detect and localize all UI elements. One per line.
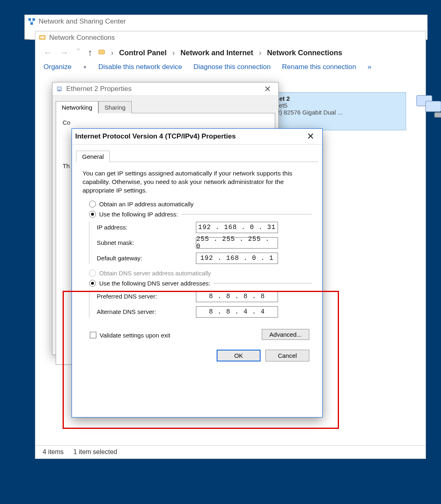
breadcrumb-toolbar: ← → ˅ ↑ Control Panel Network and Intern… [35, 44, 426, 61]
command-bar: Organize ▼ Disable this network device D… [35, 61, 426, 74]
adapter-status: net5 [276, 102, 402, 109]
crumb-network-internet[interactable]: Network and Internet [180, 49, 253, 57]
breadcrumb-sep-icon [109, 49, 115, 57]
radio-label: Obtain DNS server address automatically [99, 270, 211, 277]
radio-icon [89, 201, 96, 208]
ip-address-input[interactable]: 192 . 168 . 0 . 31 [196, 222, 278, 233]
status-selected: 1 item selected [74, 448, 117, 456]
svg-rect-10 [59, 90, 60, 91]
adapter-name: net 2 [276, 95, 402, 102]
radio-dns-auto: Obtain DNS server address automatically [89, 270, 312, 277]
intro-text: You can get IP settings assigned automat… [83, 169, 312, 195]
svg-rect-7 [426, 101, 441, 112]
radio-selected-icon [89, 211, 96, 218]
radio-ip-manual[interactable]: Use the following IP address: [89, 211, 312, 218]
cmd-rename[interactable]: Rename this connection [282, 63, 356, 71]
window-title: Network Connections [49, 34, 115, 42]
radio-selected-icon [89, 280, 96, 287]
dropdown-icon[interactable]: ▼ [83, 65, 87, 69]
tab-general[interactable]: General [76, 151, 110, 162]
control-panel-icon [98, 49, 105, 57]
default-gateway-label: Default gateway: [97, 255, 196, 262]
preferred-dns-input[interactable]: 8 . 8 . 8 . 8 [196, 291, 278, 302]
preferred-dns-label: Preferred DNS server: [97, 293, 196, 300]
dialog-title: Internet Protocol Version 4 (TCP/IPv4) P… [75, 132, 236, 141]
subnet-mask-input[interactable]: 255 . 255 . 255 . 0 [196, 237, 278, 249]
network-sharing-icon [28, 18, 35, 25]
nav-up-icon[interactable]: ↑ [86, 48, 94, 58]
cmd-diagnose[interactable]: Diagnose this connection [193, 63, 271, 71]
checkbox-label: Validate settings upon exit [100, 332, 170, 339]
radio-label: Use the following DNS server addresses: [99, 280, 213, 287]
svg-rect-8 [434, 112, 441, 117]
radio-disabled-icon [89, 270, 96, 277]
back-arrow-icon[interactable]: ← [23, 34, 32, 45]
radio-label: Use the following IP address: [99, 211, 181, 218]
default-gateway-input[interactable]: 192 . 168 . 0 . 1 [196, 253, 278, 264]
status-bar: 4 items 1 item selected [35, 445, 426, 459]
adapter-device: R) 82576 Gigabit Dual ... [276, 109, 402, 116]
status-items: 4 items [43, 448, 64, 456]
cmd-more[interactable]: » [367, 63, 371, 71]
crumb-network-connections[interactable]: Network Connections [267, 49, 342, 57]
cancel-button[interactable]: Cancel [265, 350, 309, 361]
ok-button[interactable]: OK [217, 350, 261, 361]
alternate-dns-input[interactable]: 8 . 8 . 4 . 4 [196, 306, 278, 318]
radio-dns-manual[interactable]: Use the following DNS server addresses: [89, 280, 312, 287]
breadcrumb-sep-icon [171, 49, 176, 57]
checkbox-icon [90, 332, 96, 338]
cutoff-text: Co [63, 119, 268, 126]
tab-sharing[interactable]: Sharing [98, 101, 132, 113]
network-connections-icon [39, 34, 46, 41]
breadcrumb-sep-icon [257, 49, 263, 57]
groupbox-rule [213, 283, 312, 283]
nav-back-icon[interactable]: ← [42, 48, 54, 58]
radio-label: Obtain an IP address automatically [99, 201, 193, 208]
window-title: Network and Sharing Center [39, 17, 126, 26]
nav-history-icon[interactable]: ˅ [74, 48, 82, 58]
nav-fwd-icon[interactable]: → [58, 48, 70, 58]
subnet-mask-label: Subnet mask: [97, 239, 196, 246]
advanced-button[interactable]: Advanced... [262, 329, 309, 340]
crumb-control-panel[interactable]: Control Panel [119, 49, 167, 57]
close-icon[interactable]: ✕ [260, 84, 275, 94]
tab-networking[interactable]: Networking [56, 101, 98, 113]
svg-rect-5 [99, 50, 104, 54]
svg-rect-1 [33, 18, 35, 21]
ip-address-label: IP address: [97, 224, 196, 231]
dialog-title: Ethernet 2 Properties [66, 85, 132, 93]
cmd-disable[interactable]: Disable this network device [98, 63, 182, 71]
groupbox-rule [181, 214, 312, 214]
alternate-dns-label: Alternate DNS server: [97, 308, 196, 315]
radio-ip-auto[interactable]: Obtain an IP address automatically [89, 201, 312, 208]
svg-rect-0 [28, 18, 31, 21]
validate-checkbox[interactable]: Validate settings upon exit [90, 332, 170, 339]
ethernet-icon [56, 85, 63, 93]
cmd-organize[interactable]: Organize [43, 63, 72, 71]
adapter-ethernet2-selected[interactable]: net 2 net5 R) 82576 Gigabit Dual ... [271, 92, 406, 130]
close-icon[interactable]: ✕ [302, 131, 319, 142]
dialog-ipv4-properties: Internet Protocol Version 4 (TCP/IPv4) P… [72, 128, 323, 417]
svg-rect-4 [41, 37, 44, 38]
network-adapter-large-icon [414, 92, 441, 121]
